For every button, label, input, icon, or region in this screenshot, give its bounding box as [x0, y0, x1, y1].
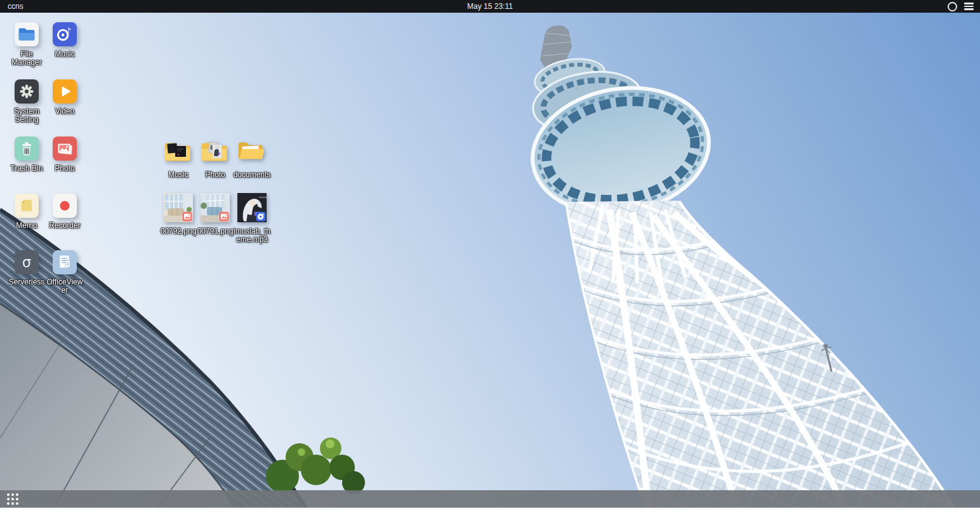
- music-disc-icon: ♪: [53, 22, 77, 46]
- icon-label: Music: [55, 50, 74, 58]
- folder-with-photos-icon: [200, 139, 230, 168]
- desktop-icon-trash-bin[interactable]: Trash Bin: [8, 137, 46, 173]
- trash-can-icon: [15, 137, 39, 161]
- desktop-file-00791-png[interactable]: 00791.png: [195, 193, 235, 236]
- app-launcher-button[interactable]: [7, 493, 18, 505]
- icon-label: Recorder: [49, 222, 80, 230]
- image-thumbnail: [164, 193, 193, 225]
- desktop-icon-memo[interactable]: Memo: [8, 194, 46, 230]
- clock-label: May 15 23:11: [0, 2, 980, 11]
- folder-with-album-art-icon: [163, 139, 194, 168]
- desktop-folder-documents[interactable]: documents: [232, 139, 272, 179]
- taskbar: [0, 490, 980, 508]
- top-bar: ccns May 15 23:11: [0, 0, 980, 13]
- image-thumbnail: [201, 193, 230, 225]
- desktop-area: File Manager ♪ Music: [0, 0, 980, 508]
- desktop-icon-system-setting[interactable]: System Setting: [8, 79, 46, 124]
- file-label: 00791.png: [197, 227, 234, 236]
- icon-label: Trash Bin: [11, 164, 43, 173]
- app-grid-icon: [7, 493, 18, 505]
- icon-label: Serverless: [9, 278, 45, 286]
- album-art-text: muslab: [259, 196, 267, 199]
- desktop-icon-serverless[interactable]: σ Serverless: [8, 250, 46, 286]
- icon-label: Video: [55, 107, 74, 116]
- icon-label: File Manager: [8, 50, 46, 67]
- desktop-icon-recorder[interactable]: Recorder: [46, 194, 84, 230]
- desktop-icon-file-manager[interactable]: File Manager: [8, 22, 46, 67]
- desktop-icon-photo-app[interactable]: Photo: [46, 137, 84, 173]
- open-folder-icon: [237, 139, 267, 168]
- icon-label: OfficeViewer: [46, 278, 84, 295]
- svg-text:♪: ♪: [65, 26, 71, 36]
- icon-label: Photo: [55, 164, 74, 173]
- document-icon: [53, 250, 77, 274]
- photo-stack-icon: [53, 137, 77, 161]
- desktop-folder-music[interactable]: Music: [158, 139, 199, 179]
- desktop-icon-officeviewer[interactable]: OfficeViewer: [46, 250, 84, 295]
- sigma-icon: σ: [15, 250, 39, 274]
- desktop-file-00792-png[interactable]: 00792.png: [158, 193, 199, 236]
- desktop-folder-photo[interactable]: Photo: [195, 139, 235, 179]
- folder-label: Photo: [205, 171, 225, 179]
- blue-folder-icon: [15, 22, 39, 46]
- hostname-label: ccns: [0, 2, 23, 11]
- icon-label: System Setting: [8, 107, 46, 124]
- menu-icon[interactable]: [964, 3, 974, 10]
- icon-label: Memo: [16, 222, 37, 230]
- file-label: 00792.png: [161, 227, 197, 236]
- audio-thumbnail: muslab: [237, 193, 267, 225]
- play-icon: [53, 79, 77, 104]
- desktop-file-imuslab-theme-mp3[interactable]: muslab imuslab_theme.mp3: [232, 193, 272, 244]
- gear-icon: [15, 79, 39, 104]
- folder-label: documents: [234, 171, 271, 179]
- folder-label: Music: [168, 171, 188, 179]
- file-label: imuslab_theme.mp3: [232, 227, 272, 244]
- sticky-note-icon: [15, 194, 39, 218]
- desktop-icon-music-app[interactable]: ♪ Music: [46, 22, 84, 58]
- record-dot-icon: [53, 194, 77, 218]
- svg-text:σ: σ: [22, 254, 31, 271]
- power-ring-icon[interactable]: [948, 2, 957, 11]
- desktop-icon-video[interactable]: Video: [46, 79, 84, 116]
